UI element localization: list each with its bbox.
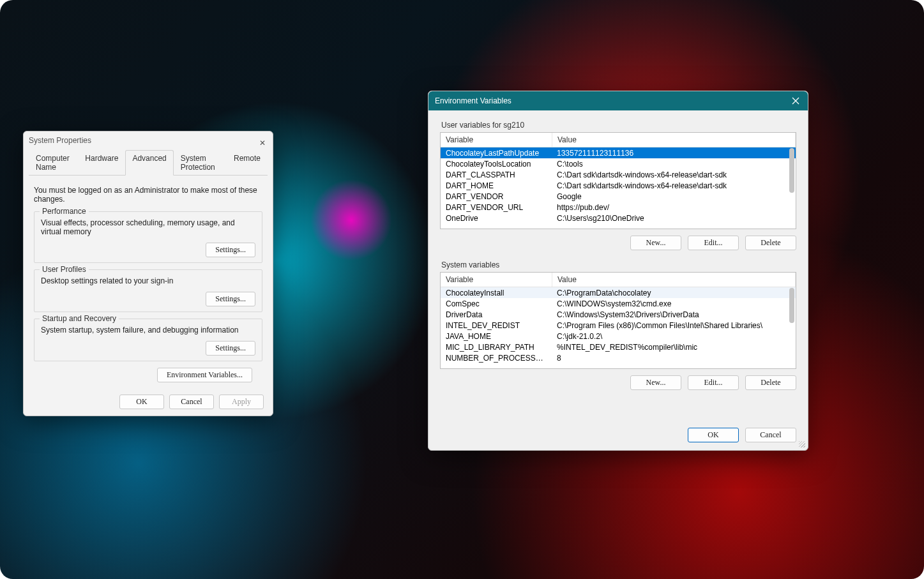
resize-grip-icon[interactable]	[799, 441, 805, 447]
user-delete-button[interactable]: Delete	[745, 236, 796, 250]
table-row[interactable]: ChocolateyLastPathUpdate1335721111231111…	[441, 147, 796, 158]
table-row[interactable]: DART_CLASSPATHC:\Dart sdk\dartsdk-window…	[441, 169, 796, 180]
close-icon[interactable]: ✕	[256, 134, 269, 147]
table-row[interactable]: DART_HOMEC:\Dart sdk\dartsdk-windows-x64…	[441, 180, 796, 191]
startup-settings-button[interactable]: Settings...	[206, 341, 255, 356]
sysprops-titlebar[interactable]: System Properties ✕	[24, 132, 273, 149]
table-row[interactable]: MIC_LD_LIBRARY_PATH%INTEL_DEV_REDIST%com…	[441, 342, 796, 352]
cell-variable: DriverData	[441, 309, 552, 320]
cell-variable: ComSpec	[441, 298, 552, 309]
table-row[interactable]: ComSpecC:\WINDOWS\system32\cmd.exe	[441, 298, 796, 309]
cell-value: 133572111123111136	[552, 147, 796, 158]
cell-variable: ChocolateyToolsLocation	[441, 158, 552, 169]
startup-desc: System startup, system failure, and debu…	[41, 326, 255, 335]
cell-value: %INTEL_DEV_REDIST%compiler\lib\mic	[552, 342, 796, 352]
cell-value: 8	[552, 352, 796, 363]
cell-value: Google	[552, 191, 796, 202]
system-vars-table[interactable]: Variable Value ChocolateyInstallC:\Progr…	[440, 272, 796, 369]
cell-value: C:\Program Files (x86)\Common Files\Inte…	[552, 320, 796, 331]
cell-value: C:\Dart sdk\dartsdk-windows-x64-release\…	[552, 180, 796, 191]
desktop-wallpaper: System Properties ✕ Computer Name Hardwa…	[0, 0, 924, 579]
profiles-desc: Desktop settings related to your sign-in	[41, 276, 255, 285]
cell-value: C:\Dart sdk\dartsdk-windows-x64-release\…	[552, 169, 796, 180]
user-vars-table[interactable]: Variable Value ChocolateyLastPathUpdate1…	[440, 132, 796, 229]
user-edit-button[interactable]: Edit...	[688, 236, 739, 250]
cell-variable: DART_VENDOR	[441, 191, 552, 202]
system-properties-dialog: System Properties ✕ Computer Name Hardwa…	[23, 131, 273, 416]
cell-value: C:\Users\sg210\OneDrive	[552, 213, 796, 223]
performance-desc: Visual effects, processor scheduling, me…	[41, 218, 255, 236]
envvars-title: Environment Variables	[435, 96, 511, 105]
performance-settings-button[interactable]: Settings...	[206, 243, 255, 257]
sys-delete-button[interactable]: Delete	[745, 375, 796, 390]
scrollbar-thumb[interactable]	[789, 148, 794, 193]
table-row[interactable]: ChocolateyInstallC:\ProgramData\chocolat…	[441, 287, 796, 298]
profiles-legend: User Profiles	[40, 265, 89, 274]
system-vars-label: System variables	[441, 260, 808, 269]
cell-variable: ChocolateyLastPathUpdate	[441, 147, 552, 158]
tab-computer-name[interactable]: Computer Name	[29, 150, 78, 176]
sys-edit-button[interactable]: Edit...	[688, 375, 739, 390]
user-new-button[interactable]: New...	[630, 236, 681, 250]
sysprops-tabs: Computer Name Hardware Advanced System P…	[29, 149, 268, 176]
table-row[interactable]: DART_VENDOR_URLhttps://pub.dev/	[441, 202, 796, 213]
col-value[interactable]: Value	[552, 273, 796, 287]
cell-value: C:\tools	[552, 158, 796, 169]
table-row[interactable]: NUMBER_OF_PROCESSORS8	[441, 352, 796, 363]
close-icon[interactable]	[790, 95, 801, 107]
table-row[interactable]: OneDriveC:\Users\sg210\OneDrive	[441, 213, 796, 223]
table-row[interactable]: DART_VENDORGoogle	[441, 191, 796, 202]
cell-variable: MIC_LD_LIBRARY_PATH	[441, 342, 552, 352]
cell-variable: JAVA_HOME	[441, 331, 552, 342]
environment-variables-button[interactable]: Environment Variables...	[157, 368, 252, 382]
user-profiles-group: User Profiles Desktop settings related t…	[34, 269, 262, 312]
table-row[interactable]: INTEL_DEV_REDISTC:\Program Files (x86)\C…	[441, 320, 796, 331]
cell-value: C:\Windows\System32\Drivers\DriverData	[552, 309, 796, 320]
cell-variable: OneDrive	[441, 213, 552, 223]
cell-value: C:\ProgramData\chocolatey	[552, 287, 796, 298]
tab-remote[interactable]: Remote	[227, 150, 268, 176]
col-variable[interactable]: Variable	[441, 273, 552, 287]
startup-recovery-group: Startup and Recovery System startup, sys…	[34, 319, 262, 361]
sys-new-button[interactable]: New...	[630, 375, 681, 390]
profiles-settings-button[interactable]: Settings...	[206, 292, 255, 306]
ok-button[interactable]: OK	[688, 428, 739, 442]
envvars-titlebar[interactable]: Environment Variables	[428, 91, 808, 110]
cell-variable: NUMBER_OF_PROCESSORS	[441, 352, 552, 363]
cancel-button[interactable]: Cancel	[745, 428, 796, 442]
cell-variable: DART_CLASSPATH	[441, 169, 552, 180]
cell-variable: ChocolateyInstall	[441, 287, 552, 298]
tab-system-protection[interactable]: System Protection	[174, 150, 227, 176]
col-value[interactable]: Value	[552, 133, 796, 147]
cell-value: C:\jdk-21.0.2\	[552, 331, 796, 342]
admin-note: You must be logged on as an Administrato…	[34, 186, 262, 204]
cell-variable: DART_VENDOR_URL	[441, 202, 552, 213]
user-vars-label: User variables for sg210	[441, 121, 808, 130]
startup-legend: Startup and Recovery	[40, 314, 119, 323]
cancel-button[interactable]: Cancel	[169, 395, 214, 409]
scrollbar-thumb[interactable]	[789, 288, 794, 323]
cell-variable: DART_HOME	[441, 180, 552, 191]
tab-advanced[interactable]: Advanced	[125, 150, 173, 176]
cell-value: C:\WINDOWS\system32\cmd.exe	[552, 298, 796, 309]
apply-button[interactable]: Apply	[219, 395, 264, 409]
sysprops-title: System Properties	[29, 136, 91, 145]
tab-hardware[interactable]: Hardware	[78, 150, 125, 176]
table-row[interactable]: ChocolateyToolsLocationC:\tools	[441, 158, 796, 169]
table-row[interactable]: DriverDataC:\Windows\System32\Drivers\Dr…	[441, 309, 796, 320]
ok-button[interactable]: OK	[119, 395, 164, 409]
environment-variables-dialog: Environment Variables User variables for…	[428, 91, 808, 451]
performance-group: Performance Visual effects, processor sc…	[34, 211, 262, 263]
performance-legend: Performance	[40, 207, 89, 216]
col-variable[interactable]: Variable	[441, 133, 552, 147]
cell-value: https://pub.dev/	[552, 202, 796, 213]
table-row[interactable]: JAVA_HOMEC:\jdk-21.0.2\	[441, 331, 796, 342]
cell-variable: INTEL_DEV_REDIST	[441, 320, 552, 331]
